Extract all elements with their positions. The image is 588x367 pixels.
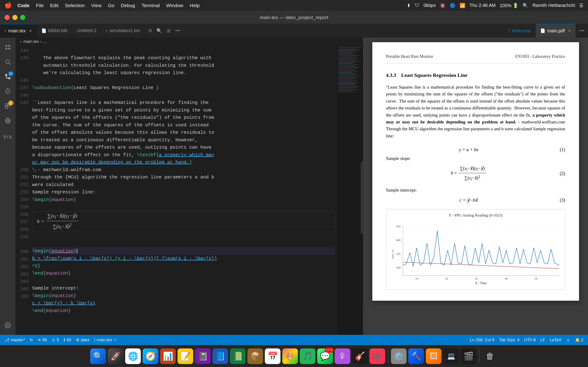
file-status[interactable]: | main.tex ✓	[94, 337, 117, 342]
dock-launchpad[interactable]: 🚀	[108, 348, 123, 364]
layout-icon[interactable]: ⊞	[167, 28, 171, 33]
dock-onenote[interactable]: 📓	[195, 348, 211, 364]
svg-rect-6	[5, 106, 7, 108]
close-tab-icon[interactable]: ✕	[29, 29, 32, 33]
tab-untitled[interactable]: Untitled-2	[72, 24, 101, 37]
tab-main-pdf[interactable]: 📄 main.pdf ✕	[536, 24, 576, 37]
dock-messages[interactable]: 💬 3771	[317, 348, 333, 364]
chart-svg: Out:: b= 450 400 350 300	[389, 220, 568, 285]
warning-count[interactable]: ⚠ 5	[52, 337, 59, 342]
tab-main-tex[interactable]: 𝜏 main.tex ✕	[0, 24, 37, 37]
intercept-label: Sample intercept:	[386, 187, 565, 194]
tab-label: main.tex	[8, 28, 26, 33]
activity-explorer[interactable]	[1, 40, 15, 54]
code-line: because squares of the offsets are used,…	[32, 144, 335, 151]
activity-tex[interactable]: TEX	[1, 130, 15, 144]
dock-chrome[interactable]: 🌐	[125, 348, 141, 364]
dock-xcode[interactable]: 🔨	[408, 348, 424, 364]
dock-spotify[interactable]: 🎵	[300, 348, 315, 364]
minimap-scrollbar[interactable]	[361, 161, 363, 234]
code-lines[interactable]: The above flowchart explains the peak co…	[32, 46, 337, 335]
tab-simulation[interactable]: 𝜏 simulation1.tex	[101, 24, 145, 37]
dock-preferences[interactable]: ⚙️	[391, 348, 406, 364]
menu-extra-icon[interactable]: ☰	[579, 3, 583, 8]
menu-selection[interactable]: Selection	[65, 3, 85, 8]
tex-file-icon: 𝜏	[5, 28, 6, 33]
menu-window[interactable]: Window	[166, 3, 183, 8]
tab-label: Untitled-2	[77, 28, 96, 33]
spotify-icon: 🎵	[303, 351, 313, 361]
activity-search[interactable]	[1, 55, 15, 69]
window-title: main.tex — latex_project_report	[260, 15, 328, 20]
activity-remote[interactable]	[1, 114, 15, 127]
minimize-button[interactable]	[12, 15, 17, 20]
tab-actions: ⧉ 🔍 ⊞ •••	[145, 24, 184, 37]
dock-archive[interactable]: 📦	[247, 348, 263, 364]
dock-preview[interactable]: 🖼	[426, 348, 441, 364]
search-editor-icon[interactable]: 🔍	[156, 28, 162, 33]
user-name: Ramith Hettiarachchi	[532, 3, 575, 8]
tab-biblist[interactable]: 📄 biblist.bib	[37, 24, 72, 37]
activity-extensions[interactable]: 1	[1, 99, 15, 113]
code-line: automatic threshold calculation. For cal…	[32, 62, 335, 69]
slope-label: Sample slope:	[386, 155, 565, 162]
cursor-position[interactable]: Ln 258, Col 8	[470, 338, 494, 342]
dock-podcasts[interactable]: 🎙	[335, 348, 350, 364]
branch-indicator[interactable]: ⎇ master*	[5, 337, 25, 342]
onenote-icon: 📓	[198, 351, 208, 361]
menu-go[interactable]: Go	[108, 3, 114, 8]
feedback-button[interactable]: ☺	[566, 338, 570, 342]
split-editor-icon[interactable]: ⧉	[149, 28, 152, 33]
title-bar: main.tex — latex_project_report	[0, 11, 588, 24]
close-button[interactable]	[5, 15, 10, 20]
eol-indicator[interactable]: LF	[540, 338, 545, 342]
dock-powerpoint[interactable]: 📊	[160, 348, 176, 364]
menu-terminal[interactable]: Terminal	[141, 3, 160, 8]
activity-debug[interactable]	[1, 84, 15, 98]
pdf-more-icon[interactable]: •••	[579, 28, 584, 33]
svg-point-0	[6, 60, 9, 64]
dock-trash[interactable]: 🗑	[482, 348, 498, 364]
close-pdf-tab-icon[interactable]: ✕	[568, 29, 571, 33]
menu-code[interactable]: Code	[17, 3, 30, 8]
breadcrumb-section[interactable]: ...	[43, 39, 47, 44]
more-actions-icon[interactable]: •••	[175, 28, 180, 33]
dock-excel[interactable]: 📗	[230, 348, 246, 364]
menu-view[interactable]: View	[91, 3, 102, 8]
maximize-button[interactable]	[20, 15, 25, 20]
menu-file[interactable]: File	[36, 3, 44, 8]
breadcrumb-file-name[interactable]: main.tex	[23, 39, 39, 44]
menu-edit[interactable]: Edit	[50, 3, 58, 8]
editor-content[interactable]: 244 245 246 247 248 249	[16, 46, 363, 335]
dock-garageband[interactable]: 🎸	[352, 348, 368, 364]
sync-button[interactable]: ↻	[30, 337, 33, 342]
menu-help[interactable]: Help	[190, 3, 199, 8]
search-icon[interactable]: 🔍	[523, 3, 528, 8]
dock-notes[interactable]: 📝	[178, 348, 193, 364]
dock-calendar[interactable]: 📅	[265, 348, 280, 364]
dock-photos[interactable]: 🎨	[282, 348, 298, 364]
dock-music[interactable]: 🎼	[370, 348, 385, 364]
tab-size[interactable]: Tab Size: 4	[499, 338, 519, 342]
tab-welcome[interactable]: ⟩ Welcome	[503, 24, 536, 37]
error-count[interactable]: ✕ 85	[38, 337, 47, 342]
activity-scm[interactable]: 24	[1, 70, 15, 83]
breadcrumb-file[interactable]: 𝜏	[20, 39, 22, 44]
notification-bell[interactable]: 🔔 2	[575, 337, 583, 342]
line-numbers: 244 245 246 247 248 249	[16, 46, 32, 335]
info-count[interactable]: ℹ 60	[64, 337, 71, 342]
dock-terminal[interactable]: 💻	[443, 348, 459, 364]
dock-word[interactable]: 📘	[212, 348, 228, 364]
language-mode[interactable]: LaTeX	[550, 338, 562, 342]
activity-settings[interactable]	[1, 318, 15, 332]
apple-menu[interactable]: 🍎	[5, 2, 12, 9]
dock-finder[interactable]: 🔍	[90, 348, 106, 364]
dock-quicktime[interactable]: 🎬	[461, 348, 476, 364]
menu-debug[interactable]: Debug	[121, 3, 135, 8]
latex-check[interactable]: ⚙ latex	[76, 337, 90, 342]
pdf-content[interactable]: Portable Heart Rate Monitor EN1093 - Lab…	[363, 38, 588, 335]
svg-line-1	[9, 63, 10, 65]
dock-safari[interactable]: 🧭	[143, 348, 158, 364]
equation-1-block: y = a + bx (1)	[386, 144, 565, 155]
encoding-indicator[interactable]: UTF-8	[524, 338, 536, 342]
